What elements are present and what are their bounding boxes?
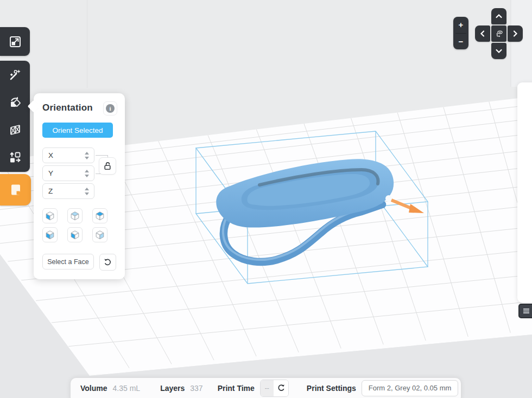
reset-orientation-button[interactable] bbox=[99, 254, 116, 271]
spin-up-icon[interactable] bbox=[85, 170, 89, 172]
spin-down-icon[interactable] bbox=[85, 157, 89, 159]
zoom-in-button[interactable]: + bbox=[453, 17, 468, 33]
chevron-right-icon bbox=[511, 29, 520, 38]
cube-face-left bbox=[43, 209, 56, 222]
chevron-left-icon bbox=[478, 29, 487, 38]
cube-face-left-right-button[interactable] bbox=[42, 227, 58, 242]
cartridge-icon bbox=[9, 183, 23, 197]
axis-z-label: Z bbox=[48, 187, 53, 195]
size-icon bbox=[8, 35, 22, 49]
axis-z-spinner[interactable] bbox=[85, 184, 89, 198]
reset-icon bbox=[104, 258, 112, 266]
volume-label: Volume bbox=[80, 384, 107, 393]
lock-button[interactable] bbox=[99, 157, 116, 175]
magic-wand-icon bbox=[8, 68, 22, 82]
cube-face-top-light-button[interactable] bbox=[67, 208, 83, 223]
sidebar-item-one-click-print[interactable] bbox=[0, 61, 30, 88]
volume-value: 4.35 mL bbox=[113, 384, 141, 393]
print-time-value: -- bbox=[261, 380, 274, 396]
model-list-button[interactable] bbox=[518, 304, 532, 318]
pan-down-button[interactable] bbox=[491, 43, 506, 59]
cube-face-left-solid bbox=[68, 228, 81, 241]
info-icon: i bbox=[106, 104, 115, 113]
orientation-panel: Orientation i Orient Selected X Y Z Sele… bbox=[34, 93, 125, 279]
select-a-face-button[interactable]: Select a Face bbox=[42, 254, 94, 269]
spin-down-icon[interactable] bbox=[85, 175, 89, 177]
hamburger-icon bbox=[523, 308, 530, 314]
layers-value: 337 bbox=[190, 384, 202, 393]
sidebar-item-layout[interactable] bbox=[0, 144, 30, 171]
chevron-down-icon bbox=[495, 47, 503, 55]
axis-x-spinner[interactable] bbox=[85, 148, 89, 163]
cube-face-bottom-light-button[interactable] bbox=[92, 227, 107, 242]
pan-right-button[interactable] bbox=[508, 25, 523, 42]
refresh-cell[interactable] bbox=[274, 380, 288, 396]
supports-icon bbox=[8, 123, 22, 137]
spin-up-icon[interactable] bbox=[85, 188, 89, 190]
layers-label: Layers bbox=[160, 384, 185, 393]
sidebar-tool-group bbox=[0, 61, 30, 172]
cube-face-top-button[interactable] bbox=[92, 208, 107, 223]
axis-y-label: Y bbox=[48, 169, 53, 177]
collapsed-side-panel[interactable] bbox=[517, 82, 532, 303]
print-settings-value: Form 2, Grey 02, 0.05 mm bbox=[369, 384, 451, 392]
refresh-icon bbox=[277, 384, 285, 392]
axis-x-field[interactable]: X bbox=[42, 147, 94, 163]
axis-y-field[interactable]: Y bbox=[42, 165, 94, 181]
cube-face-top-light bbox=[68, 209, 81, 222]
cube-face-left-button[interactable] bbox=[42, 208, 58, 223]
print-settings-button[interactable]: Form 2, Grey 02, 0.05 mm bbox=[362, 380, 458, 396]
axis-x-label: X bbox=[48, 151, 53, 159]
pan-left-button[interactable] bbox=[475, 25, 490, 42]
axis-y-spinner[interactable] bbox=[85, 166, 89, 181]
status-bar: Volume 4.35 mL Layers 337 Print Time -- … bbox=[71, 378, 461, 398]
pan-up-button[interactable] bbox=[491, 8, 506, 24]
print-time-label: Print Time bbox=[218, 384, 255, 393]
print-settings-label: Print Settings bbox=[307, 384, 356, 393]
info-button[interactable]: i bbox=[103, 101, 117, 115]
sidebar-item-print[interactable] bbox=[0, 174, 31, 206]
zoom-out-button[interactable]: − bbox=[453, 34, 468, 50]
chevron-up-icon bbox=[495, 12, 503, 21]
cube-face-left-right bbox=[43, 228, 56, 241]
layout-icon bbox=[8, 151, 22, 165]
orbit-eye-icon bbox=[495, 29, 503, 38]
spin-up-icon[interactable] bbox=[85, 152, 89, 155]
sidebar-item-orient[interactable] bbox=[0, 88, 30, 116]
orient-selected-button[interactable]: Orient Selected bbox=[42, 123, 113, 138]
axis-z-field[interactable]: Z bbox=[42, 183, 94, 199]
print-time-control[interactable]: -- bbox=[260, 380, 289, 397]
cube-face-bottom-light bbox=[93, 228, 106, 241]
cube-face-top bbox=[93, 209, 106, 222]
rotate-icon bbox=[8, 95, 22, 110]
sidebar-item-size[interactable] bbox=[0, 27, 30, 56]
spin-down-icon[interactable] bbox=[85, 192, 89, 195]
reset-view-button[interactable] bbox=[491, 25, 506, 42]
cube-face-left-solid-button[interactable] bbox=[67, 227, 83, 242]
sidebar-item-supports[interactable] bbox=[0, 116, 30, 144]
zoom-control: + − bbox=[453, 17, 468, 49]
unlock-icon bbox=[103, 162, 112, 170]
panel-title: Orientation bbox=[42, 102, 93, 113]
